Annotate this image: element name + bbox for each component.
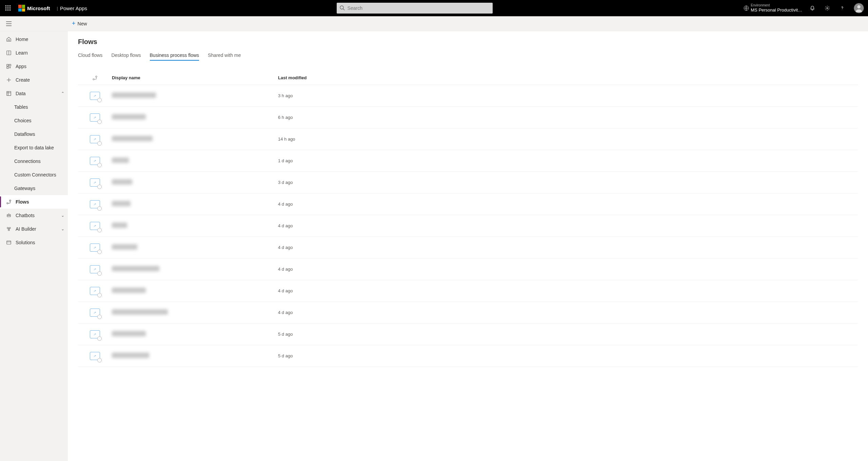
new-button-label: New xyxy=(78,21,87,26)
row-name xyxy=(112,288,278,294)
sidebar-item-learn[interactable]: Learn xyxy=(0,46,68,60)
table-row[interactable]: ↗14 h ago xyxy=(78,128,858,150)
sidebar-item-export-to-data-lake[interactable]: Export to data lake xyxy=(0,141,68,154)
table-row[interactable]: ↗4 d ago xyxy=(78,215,858,237)
sidebar-item-custom-connectors[interactable]: Custom Connectors xyxy=(0,168,68,182)
bpf-icon: ↗ xyxy=(90,309,100,317)
sidebar-item-apps[interactable]: Apps xyxy=(0,60,68,73)
table-row[interactable]: ↗3 d ago xyxy=(78,172,858,193)
flow-icon xyxy=(5,199,12,205)
app-launcher-button[interactable] xyxy=(0,0,16,16)
table-row[interactable]: ↗4 d ago xyxy=(78,193,858,215)
sidebar-item-gateways[interactable]: Gateways xyxy=(0,182,68,195)
svg-point-29 xyxy=(93,79,94,80)
notifications-button[interactable] xyxy=(805,0,820,16)
flow-tabs: Cloud flowsDesktop flowsBusiness process… xyxy=(78,50,858,61)
sidebar-item-dataflows[interactable]: Dataflows xyxy=(0,127,68,141)
table-row[interactable]: ↗3 h ago xyxy=(78,85,858,107)
book-icon xyxy=(5,50,12,56)
row-modified: 5 d ago xyxy=(278,332,858,337)
tab-business-process-flows[interactable]: Business process flows xyxy=(150,50,199,61)
tab-cloud-flows[interactable]: Cloud flows xyxy=(78,50,102,61)
sidebar-item-tables[interactable]: Tables xyxy=(0,100,68,114)
column-display-name[interactable]: Display name xyxy=(112,75,278,80)
row-modified: 4 d ago xyxy=(278,223,858,228)
column-last-modified[interactable]: Last modified xyxy=(278,75,858,80)
new-button[interactable]: + New xyxy=(68,16,91,31)
data-icon xyxy=(5,91,12,96)
bpf-icon: ↗ xyxy=(90,244,100,252)
table-row[interactable]: ↗5 d ago xyxy=(78,323,858,345)
row-name xyxy=(112,309,278,316)
chevron-down-icon: ⌄ xyxy=(61,227,64,231)
row-name xyxy=(112,136,278,142)
sidebar-item-label: Gateways xyxy=(14,186,35,191)
table-row[interactable]: ↗1 d ago xyxy=(78,150,858,172)
row-modified: 5 d ago xyxy=(278,353,858,358)
sidebar-item-label: Data xyxy=(16,91,26,96)
sidebar-item-home[interactable]: Home xyxy=(0,33,68,46)
row-modified: 4 d ago xyxy=(278,267,858,272)
tab-desktop-flows[interactable]: Desktop flows xyxy=(111,50,141,61)
row-modified: 14 h ago xyxy=(278,137,858,142)
user-avatar[interactable] xyxy=(854,3,864,13)
sidebar-item-label: Choices xyxy=(14,118,32,123)
nav-toggle-button[interactable] xyxy=(2,16,16,31)
plus-icon xyxy=(5,77,12,83)
sidebar-item-flows[interactable]: Flows xyxy=(0,195,68,209)
sidebar-item-label: Learn xyxy=(16,50,28,56)
solutions-icon xyxy=(5,240,12,245)
sidebar-item-ai-builder[interactable]: AI Builder⌄ xyxy=(0,222,68,236)
bpf-icon: ↗ xyxy=(90,265,100,273)
table-row[interactable]: ↗4 d ago xyxy=(78,237,858,258)
plus-icon: + xyxy=(72,20,76,27)
bpf-icon: ↗ xyxy=(90,200,100,208)
svg-point-26 xyxy=(8,229,9,231)
sidebar-item-label: Connections xyxy=(14,159,41,164)
waffle-icon xyxy=(5,5,11,11)
settings-button[interactable] xyxy=(820,0,835,16)
sidebar-item-connections[interactable]: Connections xyxy=(0,154,68,168)
sidebar-item-label: Tables xyxy=(14,104,28,110)
search-icon xyxy=(339,5,345,11)
bpf-icon: ↗ xyxy=(90,157,100,165)
svg-rect-12 xyxy=(7,67,8,68)
svg-point-19 xyxy=(9,200,11,201)
sidebar-item-choices[interactable]: Choices xyxy=(0,114,68,127)
chevron-up-icon: ⌃ xyxy=(61,91,64,96)
page-title: Flows xyxy=(78,38,858,46)
environment-picker[interactable]: Environment MS Personal Productivit… xyxy=(751,3,802,13)
home-icon xyxy=(5,37,12,42)
product-label[interactable]: Power Apps xyxy=(60,5,87,11)
sidebar-item-create[interactable]: Create xyxy=(0,73,68,87)
table-row[interactable]: ↗6 h ago xyxy=(78,107,858,128)
tab-shared-with-me[interactable]: Shared with me xyxy=(208,50,241,61)
command-bar: + New xyxy=(0,16,868,31)
row-name xyxy=(112,201,278,207)
table-row[interactable]: ↗5 d ago xyxy=(78,345,858,367)
svg-point-3 xyxy=(827,7,828,9)
row-modified: 3 d ago xyxy=(278,180,858,185)
sidebar-item-label: AI Builder xyxy=(16,226,36,232)
svg-point-18 xyxy=(7,203,8,204)
table-row[interactable]: ↗4 d ago xyxy=(78,280,858,302)
table-row[interactable]: ↗4 d ago xyxy=(78,302,858,323)
environment-label: Environment xyxy=(751,3,802,7)
help-button[interactable] xyxy=(835,0,850,16)
chevron-down-icon: ⌄ xyxy=(61,213,64,218)
sidebar-item-label: Chatbots xyxy=(16,213,35,218)
table-row[interactable]: ↗4 d ago xyxy=(78,258,858,280)
bpf-icon: ↗ xyxy=(90,287,100,295)
sidebar-item-data[interactable]: Data⌃ xyxy=(0,87,68,100)
svg-rect-15 xyxy=(7,91,11,96)
sidebar-item-chatbots[interactable]: Chatbots⌄ xyxy=(0,209,68,222)
row-modified: 4 d ago xyxy=(278,310,858,315)
row-modified: 6 h ago xyxy=(278,115,858,120)
row-name xyxy=(112,92,278,99)
sidebar-item-solutions[interactable]: Solutions xyxy=(0,236,68,249)
environment-name: MS Personal Productivit… xyxy=(751,7,802,13)
sidebar-item-label: Flows xyxy=(16,199,29,205)
row-modified: 4 d ago xyxy=(278,245,858,250)
search-input[interactable] xyxy=(337,3,493,14)
row-modified: 3 h ago xyxy=(278,93,858,98)
